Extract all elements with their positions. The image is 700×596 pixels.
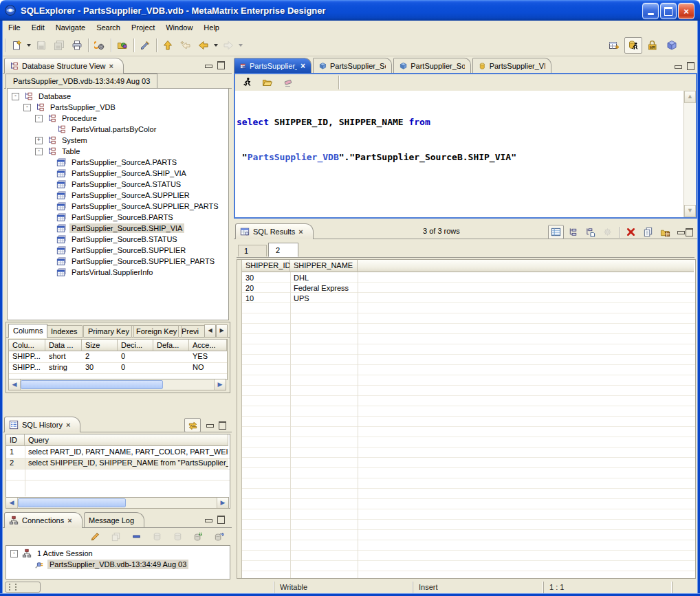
menu-search[interactable]: Search (91, 21, 126, 34)
close-result-button[interactable] (623, 225, 639, 239)
save-button[interactable] (32, 37, 50, 54)
tree-item-sourcea-status[interactable]: PartsSupplier_SourceA.STATUS (8, 179, 227, 190)
scroll-right-icon[interactable]: ▶ (214, 379, 226, 390)
rollback-button[interactable] (210, 528, 228, 544)
collapse-icon[interactable]: - (23, 104, 31, 111)
grid-cell[interactable]: string (45, 362, 82, 373)
back-dropdown[interactable] (214, 44, 218, 47)
minimize-view-icon[interactable] (205, 63, 212, 69)
tree-item-sourceb-supplier[interactable]: PartSupplier_SourceB.SUPPLIER (8, 245, 227, 256)
menu-project[interactable]: Project (126, 21, 160, 34)
maximize-view-icon[interactable] (686, 228, 693, 236)
grid-cell[interactable] (153, 351, 189, 362)
metadata-resolution-perspective-button[interactable] (644, 37, 661, 54)
maximize-button[interactable] (660, 3, 677, 19)
history-header-id[interactable]: ID (6, 434, 25, 446)
tree-item-partsvirtual-partsbycolor[interactable]: PartsVirtual.partsByColor (8, 124, 227, 135)
editor-tab-sourcea[interactable]: PartsSupplier_Sour... (313, 58, 392, 73)
menu-edit[interactable]: Edit (26, 21, 50, 34)
history-row-id[interactable]: 1 (6, 447, 25, 458)
tree-item-sourcea-supplier[interactable]: PartsSupplier_SourceA.SUPPLIER (8, 190, 227, 201)
new-wizard-dropdown[interactable] (27, 44, 31, 47)
database-close-button[interactable] (168, 528, 186, 544)
close-view-icon[interactable]: × (66, 421, 70, 429)
scroll-right-icon[interactable]: ▶ (217, 498, 228, 508)
tab-columns[interactable]: Columns (8, 324, 47, 338)
tree-view-button[interactable] (565, 225, 581, 239)
close-tab-icon[interactable]: × (300, 61, 305, 71)
grid-cell[interactable]: YES (189, 351, 227, 362)
menu-file[interactable]: File (3, 21, 26, 34)
menu-help[interactable]: Help (198, 21, 225, 34)
menu-navigate[interactable]: Navigate (50, 21, 91, 34)
result-options-button[interactable] (600, 225, 615, 239)
grid-cell[interactable] (153, 362, 189, 373)
scroll-left-icon[interactable]: ◀ (6, 498, 18, 508)
grid-cell[interactable]: SHIPP... (9, 362, 45, 373)
result-cell-id[interactable]: 30 (242, 273, 289, 283)
tree-item-sourceb-ship-via[interactable]: PartSupplier_SourceB.SHIP_VIA (8, 223, 227, 234)
col-header-decimal[interactable]: Deci... (118, 340, 153, 351)
history-row-id[interactable]: 2 (6, 458, 25, 469)
clear-button[interactable] (136, 37, 154, 54)
minimize-view-icon[interactable] (206, 422, 213, 428)
minimize-editor-icon[interactable] (675, 63, 681, 69)
message-log-tab[interactable]: Message Log (84, 512, 144, 528)
collapse-icon[interactable]: - (10, 550, 18, 558)
collapse-icon[interactable]: - (35, 115, 43, 122)
close-button[interactable]: × (678, 3, 694, 19)
minimize-button[interactable] (642, 3, 659, 19)
grid-cell[interactable]: 0 (118, 351, 153, 362)
col-header-data-type[interactable]: Data ... (45, 340, 82, 351)
run-wizard-button[interactable] (91, 37, 109, 54)
result-header-shipper-name[interactable]: SHIPPER_NAME (290, 260, 358, 272)
result-cell-name[interactable]: UPS (290, 294, 357, 303)
tab-foreign-key[interactable]: Foreign Key (131, 325, 182, 338)
execute-sql-button[interactable] (238, 74, 256, 91)
sql-history-tab[interactable]: SQL History × (4, 417, 80, 432)
tree-item-sourcea-supplier-parts[interactable]: PartsSupplier_SourceA.SUPPLIER_PARTS (8, 201, 227, 212)
sql-text-editor[interactable]: select SHIPPER_ID, SHIPPER_NAME from "Pa… (235, 91, 684, 217)
database-structure-view-tab[interactable]: Database Structure View × (4, 58, 124, 74)
connections-tab[interactable]: Connections × (4, 512, 83, 528)
grid-cell[interactable]: 30 (82, 362, 118, 373)
tree-item-procedure[interactable]: -Procedure (8, 113, 227, 124)
tree-item-active-session[interactable]: - 1 Active Session (6, 548, 228, 559)
maximize-view-icon[interactable] (217, 516, 225, 524)
column-divider[interactable] (290, 272, 291, 578)
scroll-left-icon[interactable]: ◀ (9, 379, 21, 390)
tree-item-partsvirtual-supplierinfo[interactable]: PartsVirtual.SupplierInfo (8, 267, 227, 278)
close-view-icon[interactable]: × (298, 228, 303, 236)
attach-to-editor-button[interactable] (184, 418, 201, 432)
open-file-button[interactable] (259, 74, 276, 91)
result-cell-id[interactable]: 20 (242, 283, 289, 293)
result-cell-name[interactable]: Federal Express (290, 283, 357, 293)
grid-cell[interactable]: SHIPP... (9, 351, 45, 362)
tree-item-system[interactable]: +System (8, 135, 227, 146)
sqlexplorer-perspective-button[interactable] (624, 37, 642, 54)
grid-view-button[interactable] (548, 225, 564, 239)
maximize-view-icon[interactable] (219, 421, 226, 430)
copy-session-button[interactable] (107, 528, 124, 544)
scrollbar-thumb[interactable] (18, 498, 126, 507)
editor-tab-vdb[interactable]: PartsSupplier_VDB.... (472, 58, 551, 73)
fast-view-bar[interactable] (5, 582, 41, 593)
tab-scroll-right-icon[interactable]: ▶ (216, 324, 228, 338)
history-row-query[interactable]: select SHIPPER_ID, SHIPPER_NAME from "Pa… (25, 458, 228, 469)
col-header-default[interactable]: Defa... (153, 340, 189, 351)
new-wizard-button[interactable] (8, 37, 25, 54)
maximize-view-icon[interactable] (217, 61, 225, 69)
scroll-up-icon[interactable]: ▲ (684, 91, 696, 103)
close-view-icon[interactable]: × (109, 63, 113, 70)
close-view-icon[interactable]: × (67, 517, 72, 525)
title-bar[interactable]: SQLExplorer - PartsSupplier_VDB.vdb - Me… (0, 0, 700, 21)
tree-item-sourcea-ship-via[interactable]: PartsSupplier_SourceA.SHIP_VIA (8, 168, 227, 179)
tree-item-sourcea-parts[interactable]: PartsSupplier_SourceA.PARTS (8, 157, 227, 168)
save-all-button[interactable] (50, 37, 68, 54)
col-header-access[interactable]: Acce... (189, 340, 227, 351)
copy-result-button[interactable] (640, 225, 656, 239)
grid-cell[interactable]: short (45, 351, 82, 362)
forward-dropdown[interactable] (239, 44, 243, 47)
tree-item-sourceb-parts[interactable]: PartSupplier_SourceB.PARTS (8, 212, 227, 223)
result-cell-name[interactable]: DHL (290, 273, 357, 283)
